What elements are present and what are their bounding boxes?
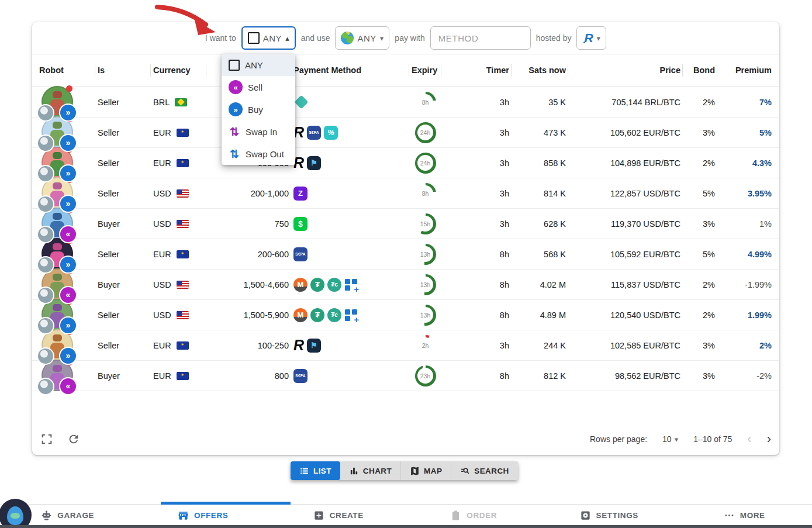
column-header-sats-now[interactable]: Sats now bbox=[512, 65, 568, 75]
bond-cell: 3% bbox=[683, 371, 717, 381]
expiry-ring: 23h bbox=[415, 365, 436, 386]
method-input[interactable] bbox=[430, 26, 531, 50]
currency-cell: USD bbox=[151, 219, 206, 229]
menu-item-any[interactable]: ANY bbox=[222, 54, 295, 76]
nav-item-label: GARAGE bbox=[57, 511, 94, 520]
currency-cell: EUR bbox=[151, 371, 206, 381]
currency-select[interactable]: ANY ▾ bbox=[335, 26, 389, 50]
view-tab-list[interactable]: LIST bbox=[291, 461, 340, 480]
offer-row[interactable]: «BuyerUSD1,500-4,660M₮₮c+13h8h4.02 M115,… bbox=[32, 270, 779, 300]
menu-item-sell[interactable]: «Sell bbox=[222, 76, 295, 98]
nav-item-label: MORE bbox=[740, 511, 765, 520]
robot-avatar[interactable]: » bbox=[40, 331, 74, 360]
bond-cell: 3% bbox=[683, 128, 717, 137]
offer-row[interactable]: »SellerBRL8h3h35 K705,144 BRL/BTC2%7% bbox=[32, 87, 779, 118]
coordinator-avatar bbox=[38, 105, 53, 120]
offer-row[interactable]: »SellerUSD200-1,000Z8h3h814 K122,857 USD… bbox=[32, 178, 779, 209]
offer-row[interactable]: »SellerEURRS€PA%24h3h473 K105,602 EUR/BT… bbox=[32, 118, 779, 148]
currency-cell: EUR bbox=[151, 250, 206, 259]
coordinator-avatar bbox=[38, 318, 53, 333]
payment-method-cell: R⚑ bbox=[291, 339, 409, 353]
view-tab-search[interactable]: SEARCH bbox=[451, 461, 517, 480]
column-header-price[interactable]: Price bbox=[568, 65, 683, 75]
robot-avatar[interactable]: « bbox=[40, 270, 74, 299]
menu-item-label: Sell bbox=[248, 82, 262, 92]
premium-cell: 1.99% bbox=[717, 310, 774, 320]
robot-avatar[interactable]: « bbox=[40, 361, 74, 391]
robot-avatar[interactable]: » bbox=[40, 240, 74, 269]
sats-now-cell: 35 K bbox=[512, 98, 568, 107]
offer-row[interactable]: »SellerEUR600-900R⚑24h3h858 K104,898 EUR… bbox=[32, 148, 779, 178]
host-select[interactable]: R ▾ bbox=[576, 26, 606, 50]
active-tab-indicator bbox=[161, 502, 291, 505]
robot-head bbox=[53, 243, 62, 250]
expiry-ring: 8h bbox=[415, 183, 436, 204]
offer-row[interactable]: «BuyerUSD750$15h3h628 K119,370 USD/BTC3%… bbox=[32, 209, 779, 239]
column-header-bond[interactable]: Bond bbox=[683, 65, 717, 75]
expiry-cell: 13h bbox=[409, 274, 441, 295]
column-header-robot[interactable]: Robot bbox=[37, 65, 95, 75]
expiry-cell: 24h bbox=[409, 122, 441, 143]
direction-select[interactable]: ANY ▴ bbox=[241, 26, 296, 50]
next-page-button[interactable]: › bbox=[767, 433, 771, 446]
premium-cell: 3.95% bbox=[717, 189, 774, 198]
direction-badge-icon: » bbox=[60, 348, 76, 364]
user-robot-avatar[interactable] bbox=[0, 499, 32, 528]
expiry-ring: 2h bbox=[415, 335, 436, 356]
robot-avatar[interactable]: « bbox=[40, 209, 74, 239]
monero-icon: M bbox=[293, 278, 307, 292]
offer-row[interactable]: »SellerEUR100-250R⚑2h3h244 K102,585 EUR/… bbox=[32, 330, 779, 361]
robot-avatar[interactable]: » bbox=[40, 118, 74, 147]
checkbox-any-icon bbox=[248, 32, 260, 44]
premium-cell: 7% bbox=[717, 98, 774, 107]
chart-icon bbox=[349, 466, 359, 476]
offer-row[interactable]: «BuyerEUR800S€PA23h8h812 K98,562 EUR/BTC… bbox=[32, 361, 779, 391]
menu-item-label: Swap Out bbox=[246, 149, 284, 159]
tether-icon: ₮ bbox=[310, 278, 324, 292]
view-tab-chart[interactable]: CHART bbox=[340, 461, 401, 480]
robot-head bbox=[53, 304, 62, 311]
nav-item-more[interactable]: MORE bbox=[677, 510, 812, 521]
expiry-ring: 15h bbox=[415, 213, 436, 234]
rows-per-page-select[interactable]: 10 ▾ bbox=[662, 434, 678, 444]
nav-item-settings[interactable]: SETTINGS bbox=[541, 510, 677, 521]
column-header-timer[interactable]: Timer bbox=[441, 65, 512, 75]
robot-avatar[interactable]: » bbox=[40, 88, 74, 117]
storefront-icon bbox=[178, 510, 189, 521]
chevrons-right-circle-icon: » bbox=[229, 102, 243, 116]
premium-cell: 2% bbox=[717, 341, 774, 350]
menu-item-swap-out[interactable]: ⇅Swap Out bbox=[222, 143, 295, 165]
caret-down-icon: ▾ bbox=[597, 34, 601, 42]
bond-cell: 2% bbox=[683, 158, 717, 168]
column-header-premium[interactable]: Premium bbox=[717, 65, 774, 75]
nav-item-offers[interactable]: OFFERS bbox=[136, 510, 271, 521]
direction-badge-icon: » bbox=[60, 165, 76, 181]
pix-icon bbox=[294, 95, 308, 109]
fullscreen-icon[interactable] bbox=[40, 433, 53, 446]
pagination-bar: Rows per page: 10 ▾ 1–10 of 75 ‹ › bbox=[32, 427, 779, 451]
robot-avatar[interactable]: » bbox=[40, 301, 74, 330]
menu-item-buy[interactable]: »Buy bbox=[222, 98, 295, 120]
column-header-payment-method[interactable]: Payment Method bbox=[291, 65, 409, 75]
expiry-label: 13h bbox=[417, 246, 433, 262]
offer-row[interactable]: »SellerEUR200-600S€PA13h8h568 K105,592 E… bbox=[32, 239, 779, 270]
expiry-ring: 24h bbox=[415, 122, 436, 143]
payment-method-cell: $ bbox=[291, 217, 409, 231]
column-header-currency[interactable]: Currency bbox=[151, 65, 206, 75]
menu-item-swap-in[interactable]: ⇅Swap In bbox=[222, 120, 295, 143]
column-header-expiry[interactable]: Expiry bbox=[409, 65, 441, 75]
view-tab-label: LIST bbox=[313, 467, 331, 475]
price-cell: 105,592 EUR/BTC bbox=[568, 250, 683, 259]
currency-select-value: ANY bbox=[357, 33, 376, 43]
sats-now-cell: 814 K bbox=[512, 189, 568, 198]
robot-avatar[interactable]: » bbox=[40, 179, 74, 208]
column-header-is[interactable]: Is bbox=[95, 65, 151, 75]
view-tab-map[interactable]: MAP bbox=[401, 461, 451, 480]
offers-table: »SellerBRL8h3h35 K705,144 BRL/BTC2%7%»Se… bbox=[32, 87, 779, 391]
offer-row[interactable]: »SellerUSD1,500-5,900M₮₮c+13h8h4.89 M120… bbox=[32, 300, 779, 330]
nav-item-create[interactable]: CREATE bbox=[271, 510, 406, 521]
direction-badge-icon: » bbox=[60, 318, 76, 333]
robot-avatar[interactable]: » bbox=[40, 149, 74, 178]
refresh-icon[interactable] bbox=[67, 433, 80, 446]
eur-flag-icon bbox=[177, 372, 189, 380]
